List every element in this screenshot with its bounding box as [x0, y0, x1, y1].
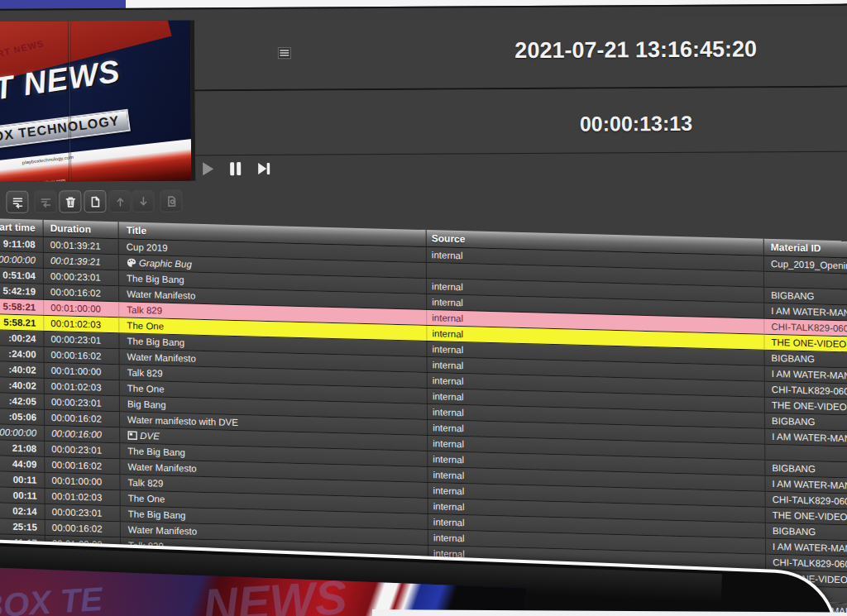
- new-document-button[interactable]: [84, 190, 106, 212]
- column-header-start-time[interactable]: Start time: [0, 218, 43, 236]
- tablet-ghost-text-right: NEWS: [201, 569, 348, 616]
- cell-duration: 00:00:16:02: [44, 457, 119, 474]
- cell-start-time: :40:02: [0, 377, 44, 394]
- pause-button[interactable]: [227, 160, 244, 177]
- cell-start-time: 21:08: [0, 440, 44, 456]
- cell-start-time: 0:51:04: [0, 267, 43, 284]
- move-down-icon: [136, 194, 150, 208]
- cell-start-time: 5:58:21: [0, 298, 43, 315]
- playout-app-window: ORT NEWS RT NEWS BOX TECHNOLOGY playboxt…: [0, 3, 847, 599]
- transport-controls: [199, 159, 272, 179]
- trash-icon: [64, 195, 77, 208]
- cell-duration: 00:00:16:02: [43, 347, 118, 364]
- skip-next-button[interactable]: [256, 160, 272, 177]
- cell-duration: 00:00:16:00: [44, 426, 119, 442]
- pause-icon: [227, 160, 244, 177]
- cell-duration: 00:00:23:01: [43, 332, 118, 348]
- cell-start-time: 00:11: [0, 487, 45, 504]
- tablet-ghost-text-left: BOX TE: [0, 580, 103, 616]
- trash-button[interactable]: [59, 190, 81, 212]
- cell-duration: 00:01:02:03: [44, 379, 119, 395]
- cell-duration: 00:01:02:03: [45, 489, 120, 505]
- cell-duration: 00:01:00:00: [43, 300, 118, 317]
- cell-duration: 00:01:39:21: [43, 253, 118, 270]
- cell-start-time: :42:05: [0, 393, 44, 409]
- cell-duration: 00:01:00:00: [44, 473, 119, 489]
- cell-start-time: 5:42:19: [0, 283, 43, 299]
- cell-start-time: 25:15: [0, 518, 45, 535]
- play-icon: [199, 160, 216, 177]
- cell-start-time: 5:58.21: [0, 314, 43, 331]
- toolbar: [0, 182, 847, 217]
- preview-banner-text: BOX TECHNOLOGY: [0, 109, 131, 151]
- insert-row-icon: [11, 195, 24, 208]
- cell-duration: 00:00:16:02: [43, 284, 118, 301]
- cell-duration: 00:01:39:21: [43, 237, 118, 254]
- cell-start-time: :00:24: [0, 330, 43, 346]
- cell-duration: 00:00:16:02: [44, 410, 119, 427]
- insert-row-button[interactable]: [6, 191, 28, 213]
- move-down-button[interactable]: [132, 190, 154, 212]
- screenshot-root: ORT NEWS RT NEWS BOX TECHNOLOGY playboxt…: [0, 0, 847, 616]
- cell-duration: 00:01:02:03: [43, 316, 118, 332]
- cell-duration: 00:01:00:00: [44, 363, 119, 380]
- current-datetime: 2021-07-21 13:16:45:20: [514, 36, 757, 64]
- cell-start-time: 00:11: [0, 471, 45, 488]
- new-document-icon: [89, 195, 102, 208]
- menu-button[interactable]: [277, 47, 292, 60]
- cell-start-time: :40:02: [0, 361, 44, 378]
- cell-start-time: 00:00:00:00: [0, 251, 43, 268]
- remove-row-icon: [39, 195, 52, 208]
- play-button[interactable]: [199, 160, 216, 177]
- cell-duration: 00:00:23:01: [43, 269, 118, 285]
- move-up-icon: [113, 194, 127, 208]
- cell-start-time: 9:11:08: [0, 236, 43, 252]
- cell-start-time: 02:14: [0, 503, 45, 519]
- cell-start-time: :24:00: [0, 346, 44, 362]
- hamburger-icon: [277, 47, 292, 60]
- cell-start-time: :05:06: [0, 408, 44, 425]
- remove-row-button[interactable]: [34, 190, 56, 212]
- cell-duration: 00:00:16:02: [45, 520, 120, 537]
- column-header-material-id[interactable]: Material ID: [763, 239, 847, 259]
- column-header-duration[interactable]: Duration: [43, 220, 118, 238]
- document-properties-button[interactable]: [160, 190, 182, 212]
- cell-duration: 00:00:23:01: [44, 394, 119, 411]
- cell-duration: 00:00:23:01: [44, 442, 119, 458]
- skip-next-icon: [256, 160, 272, 177]
- palette-icon: [127, 257, 136, 272]
- video-preview-monitor: ORT NEWS RT NEWS BOX TECHNOLOGY playboxt…: [0, 20, 191, 182]
- cell-start-time: 00:00:00:00: [0, 424, 44, 441]
- dve-icon: [127, 430, 137, 445]
- document-properties-icon: [165, 194, 178, 208]
- cell-start-time: 44:09: [0, 456, 44, 472]
- move-up-button[interactable]: [108, 190, 131, 212]
- countdown-panel: 00:00:13:13: [195, 87, 847, 155]
- clock-panel: 2021-07-21 13:16:45:20: [194, 16, 847, 89]
- remaining-time: 00:00:13:13: [580, 112, 692, 136]
- cell-duration: 00:00:23:01: [45, 504, 120, 521]
